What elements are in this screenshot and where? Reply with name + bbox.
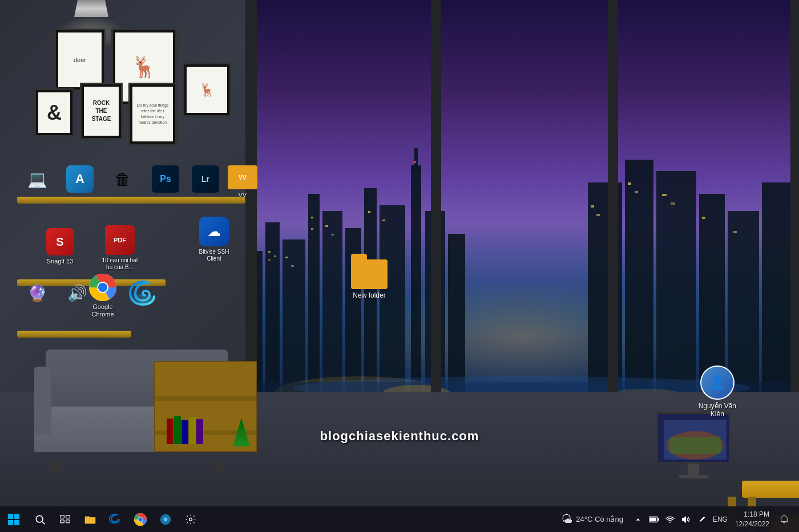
volume-icon[interactable]: [678, 506, 694, 532]
taskbar-widgets-icon: [159, 513, 172, 526]
taskbar-settings-button[interactable]: [178, 506, 203, 532]
bookshelf: [154, 361, 257, 452]
taskbar-chrome-icon: [134, 513, 147, 526]
svg-line-55: [42, 521, 45, 524]
icon-edge[interactable]: [123, 279, 163, 309]
book-4: [189, 417, 196, 444]
svg-rect-27: [325, 225, 328, 227]
user-avatar: 👤: [700, 366, 735, 400]
svg-rect-23: [285, 257, 288, 258]
icon-bitvise[interactable]: ☁ Bitvise SSH Client: [188, 217, 240, 262]
svg-rect-29: [368, 211, 370, 213]
svg-point-45: [98, 283, 107, 292]
taskbar-widgets-button[interactable]: [153, 506, 178, 532]
svg-rect-50: [8, 513, 13, 518]
clock-time: 1:18 PM: [744, 510, 769, 519]
photoshop-icon-img: Ps: [152, 165, 179, 193]
battery-icon[interactable]: [646, 506, 662, 532]
sofa-leg-right: [214, 461, 223, 472]
monitor-screen-svg: [658, 414, 731, 464]
show-hidden-icons-button[interactable]: [630, 506, 646, 532]
weather-sun-icon: 🌤: [561, 513, 572, 526]
svg-rect-38: [733, 231, 737, 233]
user-profile[interactable]: 👤 Nguyễn VănKiên: [699, 366, 736, 418]
desktop: deer 🦌 🦌 & ROCKTHESTAGE Do my soul thing…: [0, 0, 799, 532]
svg-point-54: [36, 515, 43, 522]
taskbar-edge-button[interactable]: [103, 506, 128, 532]
network-icon[interactable]: [662, 506, 678, 532]
svg-rect-66: [658, 518, 659, 521]
art-frame-deer-3-inner: 🦌: [187, 67, 227, 113]
snagit-label: Snagit 13: [47, 258, 73, 265]
icon-laptop[interactable]: 💻: [17, 165, 57, 195]
svg-rect-24: [291, 265, 294, 267]
frame-emoji-deer-small: 🦌: [199, 83, 215, 98]
language-text: ENG: [713, 515, 728, 523]
svg-rect-36: [671, 202, 675, 205]
task-view-button[interactable]: [53, 506, 78, 532]
laptop-icon-img: 💻: [23, 165, 51, 193]
book-5: [196, 419, 203, 444]
recycle-icon-img: 🗑: [109, 165, 136, 193]
icon-recycle-bin[interactable]: 🗑: [103, 165, 143, 195]
svg-rect-9: [414, 148, 418, 171]
taskbar-chrome-button[interactable]: [128, 506, 153, 532]
desk-surface: [742, 481, 799, 498]
svg-rect-34: [635, 191, 638, 193]
user-name: Nguyễn VănKiên: [699, 402, 736, 418]
bookshelf-body: [154, 361, 257, 452]
art-frame-deer-1-inner: deer: [58, 33, 102, 87]
svg-rect-58: [60, 519, 64, 522]
weather-text: 24°C Có nắng: [576, 515, 623, 523]
weather-widget[interactable]: 🌤 24°C Có nắng: [554, 513, 630, 526]
task-view-icon: [59, 514, 71, 525]
start-button[interactable]: [0, 506, 27, 532]
search-icon: [34, 514, 46, 525]
art-frame-deer-1: deer: [54, 29, 106, 91]
book-1: [167, 419, 173, 444]
icon-snow-globe[interactable]: 🔮: [17, 279, 57, 309]
svg-rect-21: [268, 259, 271, 261]
search-button[interactable]: [27, 506, 53, 532]
art-frame-deer-3: 🦌: [183, 63, 231, 117]
folder-new-img: [351, 259, 388, 289]
pen-icon[interactable]: [694, 506, 710, 532]
monitor-stand: [688, 464, 699, 475]
svg-rect-31: [591, 205, 594, 208]
edge-icon-img: [129, 279, 156, 307]
language-indicator[interactable]: ENG: [710, 506, 731, 532]
notification-button[interactable]: [774, 506, 794, 532]
pdf-icon-img: PDF: [105, 225, 135, 255]
window-frame-mid1: [431, 0, 441, 450]
svg-rect-25: [311, 217, 313, 218]
bookshelf-shelf-top: [155, 396, 256, 401]
svg-rect-28: [331, 234, 334, 235]
folder-vv-text: VV: [239, 192, 247, 199]
settings-icon: [185, 514, 196, 525]
folder-new[interactable]: New folder: [351, 259, 388, 299]
icon-google-chrome[interactable]: Google Chrome: [80, 274, 126, 318]
icon-lightroom[interactable]: Lr: [185, 165, 225, 195]
icon-snagit[interactable]: S Snagit 13: [37, 228, 83, 265]
art-frame-ampersand: &: [34, 88, 74, 137]
svg-point-64: [189, 518, 192, 521]
frame-text-deer: deer: [74, 56, 86, 64]
ceiling-light: [74, 0, 108, 17]
file-explorer-button[interactable]: [78, 506, 103, 532]
folder-vv-icon-img: VV: [228, 165, 257, 189]
monitor: [656, 412, 731, 478]
wifi-svg: [665, 515, 675, 523]
system-clock[interactable]: 1:18 PM 12/24/2022: [731, 510, 774, 529]
svg-rect-30: [382, 220, 385, 221]
svg-rect-35: [662, 194, 667, 196]
svg-rect-37: [702, 217, 705, 219]
bitvise-label: Bitvise SSH Client: [194, 249, 234, 262]
icon-pdf-file[interactable]: PDF 10 cau noi bat hu cua B...: [97, 225, 143, 271]
icon-photoshop[interactable]: Ps: [146, 165, 185, 195]
svg-rect-51: [14, 513, 19, 518]
folder-new-label: New folder: [353, 291, 385, 299]
icon-folder-vv[interactable]: VV VV: [223, 165, 263, 199]
icon-font-pack[interactable]: A: [60, 165, 100, 195]
bitvise-icon-img: ☁: [199, 217, 229, 246]
taskbar: 🌤 24°C Có nắng: [0, 506, 799, 532]
